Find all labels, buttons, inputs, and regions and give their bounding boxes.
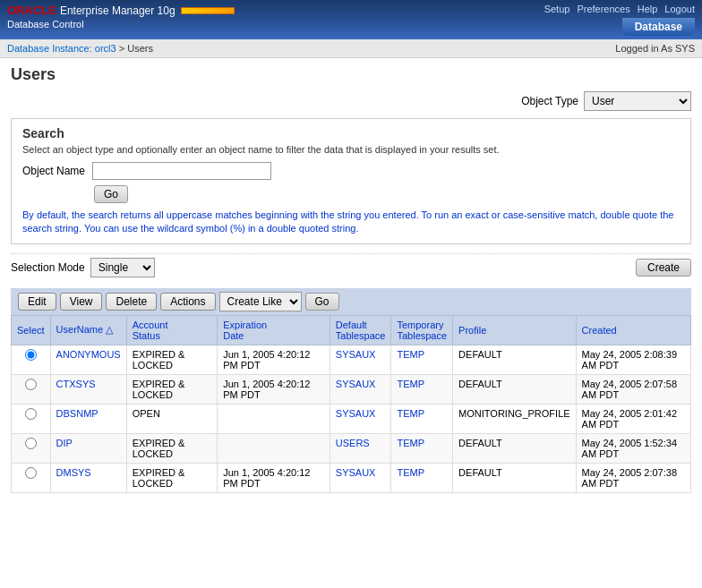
- cell-profile: DEFAULT: [453, 374, 576, 404]
- progress-bar: [181, 7, 235, 14]
- col-expiration-date: ExpirationDate: [218, 315, 330, 345]
- table-row: DIPEXPIRED & LOCKEDUSERSTEMPDEFAULTMay 2…: [12, 433, 691, 463]
- cell-default-tablespace: SYSAUX: [330, 463, 391, 492]
- username-sort-link[interactable]: UserName △: [56, 324, 114, 335]
- username-link[interactable]: DIP: [56, 438, 73, 448]
- default-tablespace-link[interactable]: SYSAUX: [336, 467, 376, 478]
- cell-expiration-date: Jun 1, 2005 4:20:12 PM PDT: [218, 374, 330, 404]
- col-account-status: AccountStatus: [126, 315, 218, 345]
- create-button[interactable]: Create: [636, 259, 691, 277]
- cell-select: [12, 463, 51, 492]
- search-form: Object Name: [22, 162, 680, 180]
- cell-temporary-tablespace: TEMP: [391, 463, 453, 492]
- db-control-label: Database Control: [7, 19, 235, 30]
- temporary-tablespace-link[interactable]: TEMP: [397, 379, 424, 389]
- row-radio-4[interactable]: [25, 467, 37, 479]
- row-radio-0[interactable]: [25, 349, 37, 361]
- table-row: DMSYSEXPIRED & LOCKEDJun 1, 2005 4:20:12…: [12, 463, 691, 492]
- breadcrumb-separator: >: [119, 43, 127, 54]
- cell-default-tablespace: SYSAUX: [330, 404, 391, 433]
- account-status-sort-link[interactable]: AccountStatus: [133, 320, 168, 341]
- temporary-tablespace-link[interactable]: TEMP: [397, 467, 424, 478]
- cell-profile: DEFAULT: [453, 433, 576, 463]
- cell-account-status: EXPIRED & LOCKED: [126, 374, 218, 404]
- cell-select: [12, 345, 51, 374]
- object-type-row: Object Type User: [11, 91, 691, 111]
- oracle-logo: ORACLE: [7, 4, 56, 17]
- cell-profile: MONITORING_PROFILE: [453, 404, 576, 433]
- cell-username: DBSNMP: [50, 404, 126, 433]
- preferences-link[interactable]: Preferences: [577, 4, 629, 14]
- selection-mode-select[interactable]: Single Multiple: [90, 258, 155, 277]
- header-logo: ORACLE Enterprise Manager 10g: [7, 4, 235, 17]
- breadcrumb-current: Users: [127, 43, 153, 54]
- cell-username: DMSYS: [50, 463, 126, 492]
- username-link[interactable]: ANONYMOUS: [56, 349, 121, 360]
- edit-button[interactable]: Edit: [18, 293, 56, 311]
- cell-temporary-tablespace: TEMP: [391, 404, 453, 433]
- row-radio-1[interactable]: [25, 379, 37, 390]
- object-type-select[interactable]: User: [584, 91, 691, 111]
- logout-link[interactable]: Logout: [664, 4, 695, 14]
- view-button[interactable]: View: [60, 293, 103, 311]
- cell-select: [12, 374, 51, 404]
- temporary-tablespace-sort-link[interactable]: TemporaryTablespace: [397, 320, 447, 341]
- em-label: Enterprise Manager 10g: [60, 4, 176, 17]
- cell-expiration-date: Jun 1, 2005 4:20:12 PM PDT: [218, 345, 330, 374]
- cell-created: May 24, 2005 2:07:38 AM PDT: [576, 463, 690, 492]
- row-radio-3[interactable]: [25, 438, 37, 449]
- temporary-tablespace-link[interactable]: TEMP: [397, 349, 424, 360]
- search-section: Search Select an object type and optiona…: [11, 118, 691, 244]
- object-name-label: Object Name: [22, 165, 85, 177]
- cell-account-status: OPEN: [126, 404, 218, 433]
- expiration-date-sort-link[interactable]: ExpirationDate: [223, 320, 267, 341]
- default-tablespace-link[interactable]: SYSAUX: [336, 349, 376, 360]
- breadcrumb-bar: Database Instance: orcl3 > Users Logged …: [0, 39, 702, 58]
- actions-button[interactable]: Actions: [160, 293, 215, 311]
- col-default-tablespace: DefaultTablespace: [330, 315, 391, 345]
- temporary-tablespace-link[interactable]: TEMP: [397, 408, 424, 419]
- default-tablespace-link[interactable]: SYSAUX: [336, 379, 376, 389]
- cell-select: [12, 433, 51, 463]
- search-go-button[interactable]: Go: [94, 185, 128, 203]
- cell-created: May 24, 2005 2:07:58 AM PDT: [576, 374, 690, 404]
- search-description: Select an object type and optionally ent…: [22, 144, 680, 155]
- default-tablespace-link[interactable]: USERS: [336, 438, 370, 448]
- database-badge: Database: [622, 18, 695, 36]
- temporary-tablespace-link[interactable]: TEMP: [397, 438, 424, 448]
- object-type-label: Object Type: [521, 95, 578, 107]
- username-link[interactable]: CTXSYS: [56, 379, 96, 389]
- col-username[interactable]: UserName △: [50, 315, 126, 345]
- cell-account-status: EXPIRED & LOCKED: [126, 345, 218, 374]
- breadcrumb-instance-link[interactable]: Database Instance: orcl3: [7, 43, 116, 54]
- table-row: CTXSYSEXPIRED & LOCKEDJun 1, 2005 4:20:1…: [12, 374, 691, 404]
- default-tablespace-link[interactable]: SYSAUX: [336, 408, 376, 419]
- username-link[interactable]: DMSYS: [56, 467, 91, 478]
- created-sort-link[interactable]: Created: [582, 325, 617, 336]
- row-radio-2[interactable]: [25, 408, 37, 420]
- cell-default-tablespace: USERS: [330, 433, 391, 463]
- header-nav: Setup Preferences Help Logout: [544, 4, 695, 14]
- create-like-select[interactable]: Create Like: [219, 292, 302, 311]
- profile-sort-link[interactable]: Profile: [458, 325, 486, 336]
- help-link[interactable]: Help: [638, 4, 658, 14]
- cell-created: May 24, 2005 2:08:39 AM PDT: [576, 345, 690, 374]
- delete-button[interactable]: Delete: [106, 293, 157, 311]
- header: ORACLE Enterprise Manager 10g Database C…: [0, 0, 702, 39]
- cell-account-status: EXPIRED & LOCKED: [126, 433, 218, 463]
- object-name-input[interactable]: [92, 162, 271, 180]
- breadcrumb: Database Instance: orcl3 > Users: [7, 43, 153, 54]
- default-tablespace-sort-link[interactable]: DefaultTablespace: [336, 320, 386, 341]
- username-link[interactable]: DBSNMP: [56, 408, 98, 419]
- cell-default-tablespace: SYSAUX: [330, 374, 391, 404]
- col-temporary-tablespace: TemporaryTablespace: [391, 315, 453, 345]
- selection-mode-left: Selection Mode Single Multiple: [11, 258, 155, 277]
- action-go-button[interactable]: Go: [305, 293, 339, 311]
- setup-link[interactable]: Setup: [544, 4, 570, 14]
- cell-default-tablespace: SYSAUX: [330, 345, 391, 374]
- table-row: ANONYMOUSEXPIRED & LOCKEDJun 1, 2005 4:2…: [12, 345, 691, 374]
- cell-temporary-tablespace: TEMP: [391, 345, 453, 374]
- table-row: DBSNMPOPENSYSAUXTEMPMONITORING_PROFILEMa…: [12, 404, 691, 433]
- col-created: Created: [576, 315, 690, 345]
- cell-expiration-date: [218, 433, 330, 463]
